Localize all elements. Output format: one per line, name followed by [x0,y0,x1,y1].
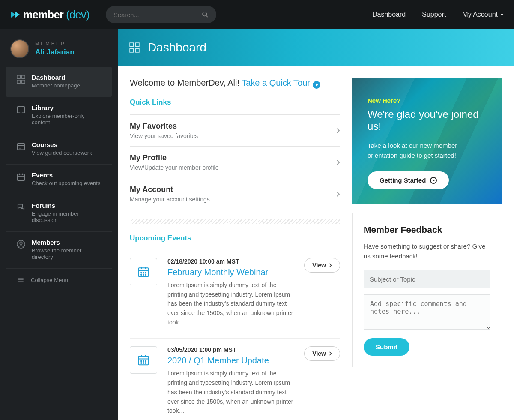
page-header: Dashboard [118,29,514,66]
svg-point-2 [203,12,206,16]
chevron-right-icon [329,351,332,356]
svg-rect-8 [18,144,25,150]
svg-rect-24 [135,48,139,52]
collapse-menu[interactable]: Collapse Menu [6,268,112,291]
sidebar-item-sub: Member homepage [32,82,80,89]
hero-cta-label: Getting Started [380,177,426,184]
quick-links-list: My FavoritesView your saved favorites My… [130,114,340,210]
sidebar-item-label: Members [32,239,102,246]
event-date: 03/05/2020 1:00 pm MST [167,346,294,353]
chevron-down-icon [500,14,504,16]
svg-rect-22 [135,43,139,47]
feedback-submit-button[interactable]: Submit [364,338,409,356]
sidebar-item-sub: View guided coursework [32,150,92,156]
quick-link-profile[interactable]: My ProfileView/Update your member profil… [130,147,340,178]
top-nav: Dashboard Support My Account [372,11,504,18]
avatar [10,39,29,58]
dashboard-icon [16,75,26,84]
quick-links-heading: Quick Links [130,98,340,107]
brand-logo[interactable]: member(dev) [10,9,90,21]
feedback-text: Have something to suggest or share? Give… [364,242,490,261]
topnav-dashboard[interactable]: Dashboard [372,11,406,18]
sidebar-item-sub: Check out upcoming events [32,180,100,186]
main: Dashboard Welcome to MemberDev, Ali! Tak… [118,29,514,420]
svg-point-42 [141,363,142,363]
brand-name: member [23,9,63,21]
event-item: 03/05/2020 1:00 pm MST 2020 / Q1 Member … [130,339,340,420]
svg-point-43 [143,363,144,363]
svg-rect-23 [130,48,134,52]
sidebar: MEMBER Ali Jafarian DashboardMember home… [0,29,118,420]
collapse-icon [16,276,25,284]
svg-point-30 [143,273,144,273]
event-description: Lorem Ipsum is simply dummy text of the … [167,369,294,415]
play-icon [313,81,320,89]
event-title[interactable]: 2020 / Q1 Member Update [167,356,294,366]
user-icon [16,240,26,249]
calendar-icon [16,172,26,182]
profile-name: Ali Jafarian [35,48,75,57]
topnav-account-label: My Account [462,11,498,18]
sidebar-item-label: Events [32,171,100,179]
search-input[interactable] [114,11,202,18]
quick-link-account[interactable]: My AccountManage your account settings [130,178,340,210]
svg-point-34 [145,274,146,275]
sidebar-item-dashboard[interactable]: DashboardMember homepage [6,67,112,97]
event-view-label: View [312,262,326,269]
sidebar-item-forums[interactable]: ForumsEngage in member discussion [6,195,112,231]
quick-tour-link[interactable]: Take a Quick Tour [242,78,320,87]
sidebar-item-label: Courses [32,141,92,148]
event-view-button[interactable]: View [304,258,340,273]
event-description: Lorem Ipsum is simply dummy text of the … [167,281,294,327]
welcome-text: Welcome to MemberDev, Ali! [130,78,242,87]
sidebar-item-courses[interactable]: CoursesView guided coursework [6,134,112,164]
quick-link-title: My Profile [130,153,336,162]
dashboard-icon [129,42,140,53]
svg-point-41 [145,361,146,362]
feedback-subject-input[interactable] [364,270,490,288]
svg-point-40 [143,361,144,362]
sidebar-item-members[interactable]: MembersBrowse the member directory [6,231,112,268]
profile-block[interactable]: MEMBER Ali Jafarian [0,39,118,67]
svg-rect-5 [22,75,25,78]
chevron-right-icon [336,191,340,197]
svg-point-39 [141,361,142,362]
search-icon[interactable] [202,11,209,18]
chevron-right-icon [329,263,332,268]
svg-rect-7 [22,80,25,83]
topbar: member(dev) Dashboard Support My Account [0,0,514,29]
svg-line-3 [206,15,208,17]
welcome-message: Welcome to MemberDev, Ali! Take a Quick … [130,78,340,89]
quick-tour-label: Take a Quick Tour [242,78,310,87]
hero-text: Take a look at our new member orientatio… [368,141,487,160]
svg-point-31 [145,273,146,273]
event-item: 02/18/2020 10:00 am MST February Monthly… [130,250,340,339]
topnav-my-account[interactable]: My Account [462,11,504,18]
feedback-title: Member Feedback [364,225,490,235]
sidebar-item-label: Dashboard [32,74,80,81]
svg-point-32 [141,274,142,275]
sidebar-item-library[interactable]: LibraryExplore member-only content [6,97,112,134]
search-box[interactable] [106,6,216,23]
svg-rect-21 [130,43,134,47]
svg-point-44 [145,363,146,363]
sidebar-item-sub: Engage in member discussion [32,210,102,223]
quick-link-title: My Account [130,185,336,194]
list-icon [16,142,26,151]
getting-started-button[interactable]: Getting Started [368,171,449,189]
circle-arrow-icon [430,177,437,184]
event-title[interactable]: February Monthly Webinar [167,267,294,277]
event-date: 02/18/2020 10:00 am MST [167,258,294,265]
quick-link-title: My Favorites [130,122,336,131]
logo-icon [10,9,21,20]
topnav-support[interactable]: Support [422,11,446,18]
svg-marker-1 [15,12,20,18]
feedback-comments-input[interactable] [364,294,490,330]
calendar-icon [130,258,157,285]
quick-link-favorites[interactable]: My FavoritesView your saved favorites [130,115,340,147]
event-view-button[interactable]: View [304,346,340,361]
calendar-icon [130,346,157,374]
sidebar-item-events[interactable]: EventsCheck out upcoming events [6,164,112,195]
sidebar-item-label: Library [32,104,102,111]
svg-point-33 [143,274,144,275]
